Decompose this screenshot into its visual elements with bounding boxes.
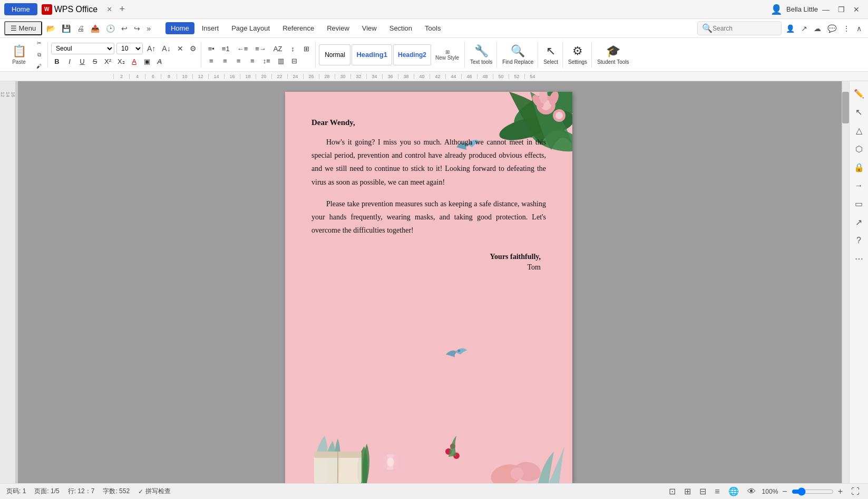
- shading-button[interactable]: ▥: [275, 56, 287, 66]
- borders-button[interactable]: ⊟: [289, 56, 300, 66]
- scrollbar-thumb[interactable]: [842, 92, 849, 123]
- font-grow-button[interactable]: A↑: [145, 43, 158, 54]
- zoom-slider[interactable]: [792, 487, 834, 496]
- print-icon[interactable]: 🖨: [75, 23, 86, 34]
- font-shrink-button[interactable]: A↓: [160, 43, 172, 54]
- select-button[interactable]: ↖ Select: [541, 42, 560, 67]
- tab-tools[interactable]: Tools: [420, 22, 446, 34]
- page-view-icon[interactable]: ⊞: [682, 485, 693, 497]
- lock-icon[interactable]: 🔒: [852, 159, 866, 176]
- tab-page-layout[interactable]: Page Layout: [226, 22, 275, 34]
- font-name-select[interactable]: Seoul: [51, 43, 114, 54]
- user-profile-icon[interactable]: 👤: [784, 23, 797, 34]
- textbox-icon[interactable]: ▭: [853, 196, 865, 212]
- more-icon[interactable]: ⋮: [841, 23, 852, 34]
- page-layout-icon[interactable]: ⊡: [667, 485, 678, 497]
- help-icon[interactable]: ?: [854, 233, 863, 248]
- underline-button[interactable]: U: [76, 56, 88, 66]
- menu-bar: ☰ Menu 📂 💾 🖨 📤 🕑 ↩ ↪ » Home Insert Page …: [0, 19, 868, 38]
- tab-view[interactable]: View: [357, 22, 382, 34]
- strikethrough-button[interactable]: S: [89, 56, 101, 66]
- superscript-button[interactable]: X²: [102, 56, 114, 66]
- smart-shapes-icon[interactable]: ⬡: [853, 141, 865, 157]
- italic-button[interactable]: I: [64, 56, 75, 66]
- clear-format-button[interactable]: ✕: [175, 43, 186, 54]
- reading-view-icon[interactable]: ≡: [713, 486, 721, 497]
- maximize-button[interactable]: ❐: [834, 3, 849, 16]
- zoom-level-label: 100%: [762, 488, 778, 495]
- font-color-button[interactable]: A: [129, 56, 140, 66]
- align-right-button[interactable]: ≡: [233, 56, 245, 66]
- font-settings-button[interactable]: ⚙: [188, 43, 199, 54]
- user-name-label: Bella Little: [786, 5, 818, 13]
- more-right-icon[interactable]: ⋯: [853, 251, 865, 267]
- increase-indent-button[interactable]: ≡→: [252, 44, 269, 54]
- zoom-out-button[interactable]: −: [780, 486, 789, 497]
- redo-icon[interactable]: ↪: [132, 23, 142, 34]
- copy-button[interactable]: ⧉: [33, 50, 45, 60]
- web-view-icon[interactable]: 🌐: [726, 485, 741, 497]
- new-style-button[interactable]: ⊞ New Style: [432, 44, 462, 65]
- export-right-icon[interactable]: ↗: [853, 214, 864, 231]
- settings-button[interactable]: ⚙ Settings: [566, 42, 589, 67]
- tab-home[interactable]: Home: [165, 22, 194, 34]
- new-tab-button[interactable]: +: [115, 3, 129, 16]
- tab-insert[interactable]: Insert: [197, 22, 225, 34]
- style-heading2[interactable]: Heading2: [393, 44, 431, 65]
- undo-icon[interactable]: ↩: [119, 23, 130, 34]
- menu-button[interactable]: ☰ Menu: [4, 21, 42, 35]
- tab-reference[interactable]: Reference: [277, 22, 319, 34]
- insert-icon[interactable]: →: [853, 178, 865, 194]
- bold-button[interactable]: B: [51, 56, 63, 66]
- shapes-icon[interactable]: △: [854, 122, 864, 139]
- bullets-button[interactable]: ≡•: [206, 44, 217, 54]
- paste-button[interactable]: 📋 Paste: [6, 43, 32, 66]
- window-close-button[interactable]: ✕: [849, 3, 864, 16]
- fullscreen-button[interactable]: ⛶: [849, 486, 862, 497]
- line-spacing-button[interactable]: ↕≡: [260, 56, 273, 66]
- highlight-button[interactable]: ▣: [141, 56, 153, 66]
- decrease-indent-button[interactable]: ←≡: [235, 44, 251, 54]
- format-painter-button[interactable]: 🖌: [33, 61, 45, 72]
- open-icon[interactable]: 📂: [44, 23, 57, 34]
- history-icon[interactable]: 🕑: [104, 23, 117, 34]
- document-area[interactable]: Dear Wendy, How's it going? I miss you s…: [16, 81, 842, 483]
- draw-icon[interactable]: ✏️: [852, 85, 866, 102]
- subscript-button[interactable]: X₂: [115, 56, 128, 66]
- share-icon[interactable]: ↗: [799, 23, 810, 34]
- cut-button[interactable]: ✂: [33, 38, 45, 49]
- text-tools-button[interactable]: 🔧 Text tools: [468, 42, 494, 67]
- style-heading1[interactable]: Heading1: [352, 44, 392, 65]
- search-box[interactable]: 🔍: [697, 21, 782, 35]
- minimize-button[interactable]: —: [818, 3, 834, 16]
- font-size-select[interactable]: 10: [116, 43, 143, 54]
- eye-icon[interactable]: 👁: [745, 486, 758, 497]
- zoom-in-button[interactable]: +: [836, 486, 845, 497]
- close-tab-button[interactable]: ×: [104, 4, 115, 15]
- vertical-scrollbar[interactable]: [842, 81, 849, 483]
- expand-icon[interactable]: »: [144, 23, 153, 34]
- align-center-button[interactable]: ≡: [219, 56, 231, 66]
- search-input[interactable]: [713, 25, 776, 32]
- tab-review[interactable]: Review: [321, 22, 355, 34]
- find-replace-button[interactable]: 🔍 Find Replace: [500, 42, 535, 67]
- sort-button[interactable]: AZ: [271, 44, 285, 54]
- collapse-ribbon-icon[interactable]: ∧: [854, 23, 864, 34]
- align-left-button[interactable]: ≡: [206, 56, 217, 66]
- chat-icon[interactable]: 💬: [825, 23, 838, 34]
- home-tab-button[interactable]: Home: [4, 3, 37, 15]
- columns-button[interactable]: ⊞: [300, 44, 312, 54]
- tab-section[interactable]: Section: [384, 22, 417, 34]
- save-icon[interactable]: 💾: [60, 23, 73, 34]
- numbering-button[interactable]: ≡1: [219, 44, 232, 54]
- justify-button[interactable]: ≡: [247, 56, 258, 66]
- text-effect-button[interactable]: A: [154, 56, 165, 66]
- student-tools-button[interactable]: 🎓 Student Tools: [595, 42, 631, 67]
- spacing-button[interactable]: ↕: [287, 44, 298, 54]
- export-icon[interactable]: 📤: [89, 23, 102, 34]
- cloud-icon[interactable]: ☁: [812, 23, 823, 34]
- document-page: Dear Wendy, How's it going? I miss you s…: [285, 92, 572, 483]
- style-normal[interactable]: Normal: [319, 44, 350, 65]
- cursor-icon[interactable]: ↖: [853, 104, 864, 120]
- outline-view-icon[interactable]: ⊟: [697, 485, 708, 497]
